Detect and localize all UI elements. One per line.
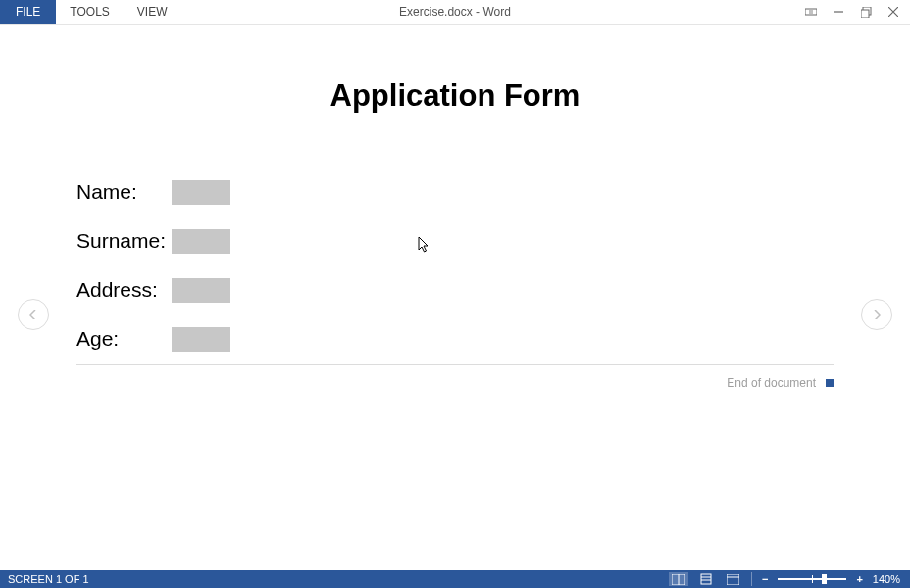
form-row-age: Age:: [76, 315, 910, 364]
menu-tools[interactable]: TOOLS: [56, 0, 123, 24]
menu-view[interactable]: VIEW: [124, 0, 181, 24]
print-layout-icon: [700, 573, 712, 585]
svg-rect-9: [727, 574, 739, 585]
end-of-document: End of document: [0, 376, 834, 390]
form-row-surname: Surname:: [76, 217, 910, 266]
field-surname[interactable]: [172, 229, 230, 254]
document-area: Application Form Name: Surname: Address:…: [0, 24, 910, 570]
chevron-left-icon: [29, 310, 37, 319]
status-screen[interactable]: SCREEN 1 OF 1: [0, 573, 89, 585]
status-right: − + 140%: [669, 572, 910, 586]
view-web-layout-button[interactable]: [724, 572, 743, 586]
ribbon-display-icon[interactable]: [804, 5, 818, 19]
prev-page-button[interactable]: [18, 299, 49, 330]
statusbar: SCREEN 1 OF 1 − + 140%: [0, 570, 910, 588]
label-surname: Surname:: [76, 229, 172, 253]
label-address: Address:: [76, 278, 172, 302]
form-row-name: Name:: [76, 168, 910, 217]
titlebar: FILE TOOLS VIEW Exercise.docx - Word: [0, 0, 910, 24]
svg-rect-3: [861, 10, 869, 18]
chevron-right-icon: [873, 310, 881, 319]
svg-rect-0: [805, 9, 817, 15]
end-of-document-text: End of document: [727, 376, 816, 390]
label-age: Age:: [76, 327, 172, 351]
zoom-level[interactable]: 140%: [873, 573, 900, 585]
minimize-icon[interactable]: [832, 5, 845, 19]
form-row-address: Address:: [76, 266, 910, 315]
web-layout-icon: [727, 574, 739, 585]
field-age[interactable]: [172, 327, 230, 352]
view-read-mode-button[interactable]: [669, 572, 688, 586]
window-controls: [804, 0, 910, 24]
read-mode-icon: [672, 574, 685, 585]
divider: [76, 364, 834, 365]
label-name: Name:: [76, 180, 172, 204]
field-address[interactable]: [172, 278, 230, 303]
close-icon[interactable]: [886, 5, 900, 19]
next-page-button[interactable]: [861, 299, 892, 330]
zoom-out-button[interactable]: −: [760, 573, 770, 585]
end-marker-icon: [826, 379, 834, 387]
form-block: Name: Surname: Address: Age:: [76, 168, 910, 364]
window-title: Exercise.docx - Word: [399, 0, 511, 24]
zoom-slider[interactable]: [778, 578, 846, 580]
menu-file[interactable]: FILE: [0, 0, 56, 24]
separator: [751, 572, 752, 586]
field-name[interactable]: [172, 180, 230, 205]
restore-icon[interactable]: [859, 5, 873, 19]
document-title: Application Form: [0, 78, 910, 114]
zoom-in-button[interactable]: +: [854, 573, 864, 585]
view-print-layout-button[interactable]: [696, 572, 716, 586]
svg-rect-6: [701, 574, 711, 584]
